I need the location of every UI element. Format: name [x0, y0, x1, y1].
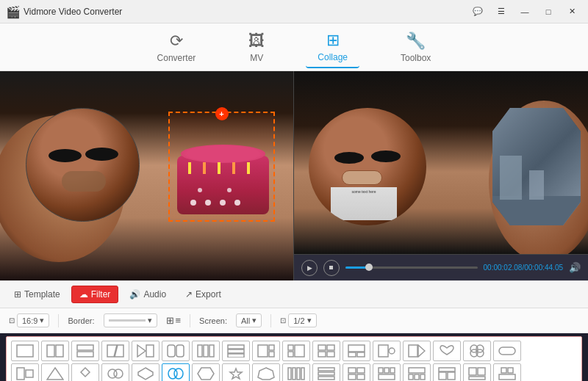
svg-rect-12: [204, 345, 208, 357]
template-31[interactable]: [403, 363, 431, 381]
minimize-btn[interactable]: —: [514, 4, 535, 20]
playback-progress[interactable]: [345, 266, 478, 269]
filter-tab-btn[interactable]: ☁ Filter: [71, 286, 119, 303]
playback-handle[interactable]: [365, 264, 373, 271]
border-dropdown[interactable]: ▾: [104, 313, 157, 327]
template-19[interactable]: [41, 363, 69, 381]
template-32[interactable]: [433, 363, 461, 381]
audio-tab-btn[interactable]: 🔊 Audio: [121, 286, 174, 303]
template-10[interactable]: [282, 341, 310, 361]
svg-rect-40: [26, 370, 33, 377]
right-video-panel: some text here: [294, 71, 588, 254]
svg-marker-49: [258, 368, 274, 380]
svg-rect-71: [448, 372, 455, 380]
sep2: [190, 314, 190, 327]
page-dropdown[interactable]: 1/2 ▾: [288, 313, 316, 327]
mv-icon: 🖼: [248, 32, 265, 51]
menu-btn[interactable]: ☰: [491, 4, 512, 20]
template-9[interactable]: [252, 341, 280, 361]
template-icon: ⊞: [14, 289, 21, 300]
template-24[interactable]: [192, 363, 220, 381]
template-23[interactable]: [162, 363, 190, 381]
svg-marker-7: [137, 345, 146, 357]
svg-rect-29: [357, 352, 365, 357]
template-29[interactable]: [343, 363, 370, 381]
volume-icon[interactable]: 🔊: [569, 262, 581, 273]
nav-tabs: ⟳ Converter 🖼 MV ⊞ Collage 🔧 Toolbox: [0, 23, 588, 71]
svg-rect-24: [327, 345, 334, 350]
svg-rect-2: [56, 345, 63, 357]
templates-wrapper: [6, 336, 582, 381]
ratio-dropdown[interactable]: 16:9 ▾: [17, 313, 49, 327]
close-btn[interactable]: ✕: [562, 4, 582, 20]
template-15[interactable]: [433, 341, 461, 361]
svg-rect-68: [420, 374, 425, 380]
left-video-panel: +: [0, 71, 294, 280]
svg-rect-53: [301, 368, 304, 380]
svg-point-44: [114, 369, 123, 378]
svg-rect-73: [478, 368, 485, 375]
template-12[interactable]: [343, 341, 370, 361]
svg-rect-25: [318, 352, 326, 357]
template-14[interactable]: [403, 341, 431, 361]
svg-rect-69: [439, 368, 455, 371]
svg-rect-27: [348, 345, 365, 352]
svg-marker-8: [146, 345, 154, 357]
template-28[interactable]: [312, 363, 340, 381]
template-8[interactable]: [222, 341, 250, 361]
stop-button[interactable]: ⏹: [323, 260, 340, 276]
template-21[interactable]: [101, 363, 129, 381]
svg-marker-42: [81, 368, 90, 377]
template-18[interactable]: [11, 363, 39, 381]
template-5[interactable]: [132, 341, 159, 361]
template-33[interactable]: [463, 363, 491, 381]
template-tab-btn[interactable]: ⊞ Template: [6, 286, 68, 303]
template-27[interactable]: [282, 363, 310, 381]
export-tab-btn[interactable]: ↗ Export: [177, 286, 229, 303]
tab-toolbox-label: Toolbox: [401, 53, 431, 63]
template-25[interactable]: [222, 363, 250, 381]
template-3[interactable]: [71, 341, 99, 361]
tab-converter[interactable]: ⟳ Converter: [146, 27, 208, 68]
grid-icon[interactable]: ⊞: [166, 315, 174, 326]
svg-point-47: [174, 369, 183, 379]
template-20[interactable]: [71, 363, 99, 381]
template-6[interactable]: [162, 341, 190, 361]
template-26[interactable]: [252, 363, 280, 381]
svg-marker-48: [198, 368, 214, 380]
svg-rect-14: [228, 345, 244, 349]
ratio-icon: ⊡: [9, 316, 15, 324]
svg-rect-13: [209, 345, 214, 357]
template-11[interactable]: [312, 341, 340, 361]
maximize-btn[interactable]: □: [538, 4, 559, 20]
screen-dropdown[interactable]: All ▾: [236, 313, 262, 327]
app-icon: 🎬: [6, 5, 19, 18]
template-16[interactable]: [463, 341, 491, 361]
template-7[interactable]: [192, 341, 220, 361]
template-label: Template: [24, 289, 60, 300]
template-30[interactable]: [373, 363, 401, 381]
play-button[interactable]: ▶: [301, 260, 318, 276]
pattern-icon[interactable]: ≡: [176, 315, 182, 326]
svg-rect-30: [379, 345, 388, 357]
ratio-chevron: ▾: [40, 316, 44, 325]
left-video-bg: +: [0, 71, 293, 280]
svg-rect-75: [501, 368, 506, 373]
svg-rect-64: [379, 374, 395, 380]
template-1[interactable]: [11, 341, 39, 361]
ratio-control: ⊡ 16:9 ▾: [9, 313, 49, 327]
tab-toolbox[interactable]: 🔧 Toolbox: [389, 27, 442, 68]
svg-rect-38: [499, 347, 515, 355]
template-34[interactable]: [493, 363, 521, 381]
export-icon: ↗: [185, 289, 193, 300]
svg-rect-59: [348, 374, 356, 380]
tab-mv[interactable]: 🖼 MV: [237, 27, 276, 68]
chat-btn[interactable]: 💬: [467, 4, 488, 20]
template-4[interactable]: [101, 341, 129, 361]
template-22[interactable]: [132, 363, 159, 381]
tab-collage[interactable]: ⊞ Collage: [306, 26, 359, 68]
template-17[interactable]: [493, 341, 521, 361]
template-13[interactable]: [373, 341, 401, 361]
template-2[interactable]: [41, 341, 69, 361]
options-bar: ⊡ 16:9 ▾ Border: ▾ ⊞ ≡ Screen: All ▾ ⊡ 1…: [0, 308, 588, 333]
